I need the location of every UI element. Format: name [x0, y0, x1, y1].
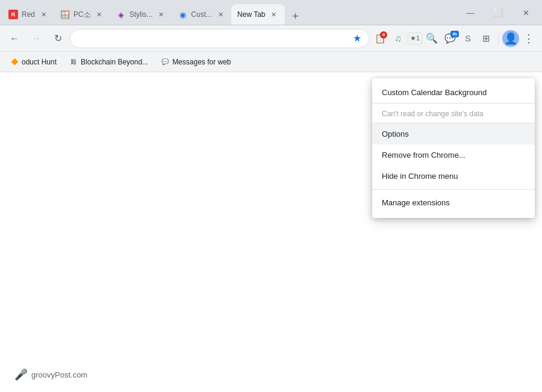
ext-grid-icon[interactable]: ⊞ — [478, 30, 494, 47]
tab-close-newtab[interactable]: ✕ — [269, 10, 279, 19]
bookmark-messages-for-web[interactable]: 💬 Messages for web — [155, 55, 235, 69]
tab-label-stylis: Stylis... — [129, 10, 153, 19]
tab-close-cust[interactable]: ✕ — [216, 10, 225, 19]
ext-todoist-icon[interactable]: 📋 4 — [372, 30, 388, 47]
chrome-menu-button[interactable]: ⋮ — [520, 30, 537, 47]
tab-label-cust: Cust... — [191, 10, 212, 19]
menu-subheader-text: Can't read or change site's data — [382, 110, 484, 118]
window-controls: — ⬜ ✕ — [456, 3, 540, 25]
tab-favicon-stylis: ◈ — [116, 10, 126, 19]
ext-s-icon[interactable]: S — [459, 30, 476, 47]
tab-red[interactable]: R Red ✕ — [2, 4, 54, 25]
maximize-button[interactable]: ⬜ — [484, 3, 512, 22]
tab-favicon-pc: 🪟 — [60, 10, 70, 19]
profile-avatar[interactable]: 👤 — [502, 30, 519, 47]
tab-newtab[interactable]: New Tab ✕ — [231, 4, 284, 25]
menu-header: Custom Calendar Background — [372, 83, 535, 104]
address-bar[interactable]: ★ — [70, 29, 369, 48]
tab-stylis[interactable]: ◈ Stylis... ✕ — [110, 4, 172, 25]
menu-subheader: Can't read or change site's data — [372, 104, 535, 123]
tab-cust[interactable]: ◉ Cust... ✕ — [172, 4, 231, 25]
ext-search-icon[interactable]: 🔍 — [423, 30, 440, 47]
bookmark-label-blockchain: Blockchain Beyond... — [81, 58, 148, 66]
menu-item-options[interactable]: Options — [372, 123, 535, 145]
menu-item-manage[interactable]: Manage extensions — [372, 192, 535, 213]
ext-todoist-badge: 4 — [380, 31, 387, 39]
bookmark-label-messages: Messages for web — [172, 58, 231, 66]
menu-item-manage-label: Manage extensions — [382, 198, 450, 207]
bookmark-product-hunt[interactable]: 🔶 oduct Hunt — [5, 55, 61, 69]
menu-divider — [372, 189, 535, 190]
tab-close-pc[interactable]: ✕ — [95, 10, 104, 19]
back-button[interactable]: ← — [5, 29, 24, 48]
tab-label-red: Red — [22, 10, 35, 19]
bookmark-label-product-hunt: oduct Hunt — [22, 58, 57, 66]
toolbar: ← → ↻ ★ 📋 4 ♫ ★1 🔍 💬 4h S — [0, 25, 542, 52]
tab-pc[interactable]: 🪟 PC소 ✕ — [54, 4, 110, 25]
forward-button[interactable]: → — [26, 29, 46, 48]
tab-close-stylis[interactable]: ✕ — [156, 10, 166, 19]
menu-item-remove[interactable]: Remove from Chrome... — [372, 145, 535, 166]
tab-favicon-red: R — [8, 10, 18, 19]
menu-item-hide[interactable]: Hide in Chrome menu — [372, 166, 535, 187]
bookmark-favicon-blockchain: ⛓ — [69, 57, 78, 67]
extension-icons: 📋 4 ♫ ★1 🔍 💬 4h S ⊞ 👤 — [372, 30, 537, 47]
ext-spotify-icon[interactable]: ♫ — [390, 30, 406, 47]
menu-header-text: Custom Calendar Background — [382, 88, 487, 97]
extension-context-menu: Custom Calendar Background Can't read or… — [372, 78, 535, 218]
groovy-watermark: 🎤 groovyPost.com — [7, 364, 95, 385]
close-button[interactable]: ✕ — [512, 3, 540, 22]
bookmark-favicon-messages: 💬 — [160, 57, 170, 67]
toolbar-separator — [498, 33, 499, 45]
menu-item-options-label: Options — [382, 129, 409, 138]
tab-close-red[interactable]: ✕ — [39, 10, 48, 19]
mic-icon: 🎤 — [14, 368, 28, 381]
tab-label-pc: PC소 — [73, 10, 91, 20]
reload-button[interactable]: ↻ — [48, 29, 67, 48]
tab-favicon-cust: ◉ — [178, 10, 187, 19]
main-content: Custom Calendar Background Can't read or… — [0, 72, 542, 392]
ext-messages-badge: 4h — [450, 31, 459, 37]
ext-star-icon[interactable]: ★1 — [408, 33, 422, 45]
menu-item-hide-label: Hide in Chrome menu — [382, 172, 458, 181]
new-tab-button[interactable]: + — [287, 8, 304, 25]
bookmarks-bar: 🔶 oduct Hunt ⛓ Blockchain Beyond... 💬 Me… — [0, 52, 542, 72]
watermark-text: groovyPost.com — [31, 370, 87, 379]
tab-label-newtab: New Tab — [237, 10, 265, 19]
bookmark-blockchain[interactable]: ⛓ Blockchain Beyond... — [64, 55, 153, 69]
minimize-button[interactable]: — — [456, 3, 484, 22]
menu-item-remove-label: Remove from Chrome... — [382, 151, 466, 160]
bookmark-star-icon[interactable]: ★ — [353, 33, 361, 44]
tab-bar: R Red ✕ 🪟 PC소 ✕ ◈ Stylis... ✕ ◉ Cust... … — [0, 0, 542, 25]
bookmark-favicon-product-hunt: 🔶 — [10, 57, 19, 67]
ext-messages-icon[interactable]: 💬 4h — [441, 30, 458, 47]
